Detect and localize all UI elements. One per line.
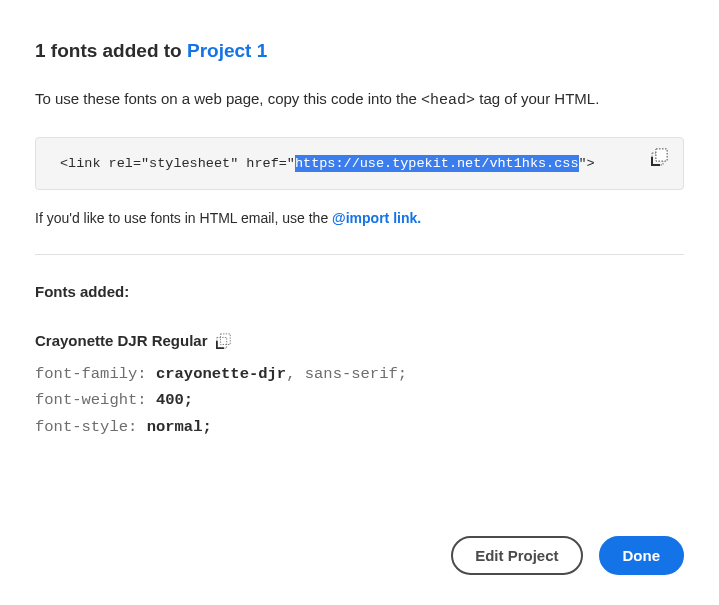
divider <box>35 254 684 255</box>
svg-rect-4 <box>663 149 667 161</box>
head-tag-code: <head> <box>421 92 475 109</box>
css-value-strong: crayonette-djr <box>156 365 286 383</box>
css-key: font-family: <box>35 365 156 383</box>
code-url-highlighted[interactable]: https://use.typekit.net/vht1hks.css <box>295 155 579 172</box>
code-before-url: <link rel="stylesheet" href=" <box>60 156 295 171</box>
css-line-font-family: font-family: crayonette-djr, sans-serif; <box>35 361 684 387</box>
svg-rect-6 <box>216 337 226 348</box>
intro-before: To use these fonts on a web page, copy t… <box>35 90 421 107</box>
email-note: If you'd like to use fonts in HTML email… <box>35 210 684 226</box>
copy-icon[interactable] <box>216 333 232 349</box>
css-value: normal; <box>147 418 212 436</box>
email-note-text: If you'd like to use fonts in HTML email… <box>35 210 332 226</box>
font-css-properties: font-family: crayonette-djr, sans-serif;… <box>35 361 684 440</box>
copy-icon[interactable] <box>651 148 669 166</box>
button-row: Edit Project Done <box>451 536 684 575</box>
code-snippet[interactable]: <link rel="stylesheet" href="https://use… <box>35 137 684 190</box>
css-key: font-weight: <box>35 391 156 409</box>
css-line-font-weight: font-weight: 400; <box>35 387 684 413</box>
heading-prefix: 1 fonts added to <box>35 40 187 61</box>
fonts-added-label: Fonts added: <box>35 283 684 300</box>
css-key: font-style: <box>35 418 147 436</box>
intro-text: To use these fonts on a web page, copy t… <box>35 90 684 109</box>
done-button[interactable]: Done <box>599 536 685 575</box>
css-value: 400; <box>156 391 193 409</box>
intro-after: tag of your HTML. <box>475 90 599 107</box>
font-item-title: Crayonette DJR Regular <box>35 332 684 349</box>
code-after-url: "> <box>579 156 595 171</box>
font-name: Crayonette DJR Regular <box>35 332 208 349</box>
project-link[interactable]: Project 1 <box>187 40 267 61</box>
css-line-font-style: font-style: normal; <box>35 414 684 440</box>
svg-rect-7 <box>220 333 230 344</box>
svg-rect-2 <box>656 153 663 161</box>
import-link[interactable]: @import link. <box>332 210 421 226</box>
page-title: 1 fonts added to Project 1 <box>35 40 684 62</box>
edit-project-button[interactable]: Edit Project <box>451 536 582 575</box>
css-value-rest: , sans-serif; <box>286 365 407 383</box>
